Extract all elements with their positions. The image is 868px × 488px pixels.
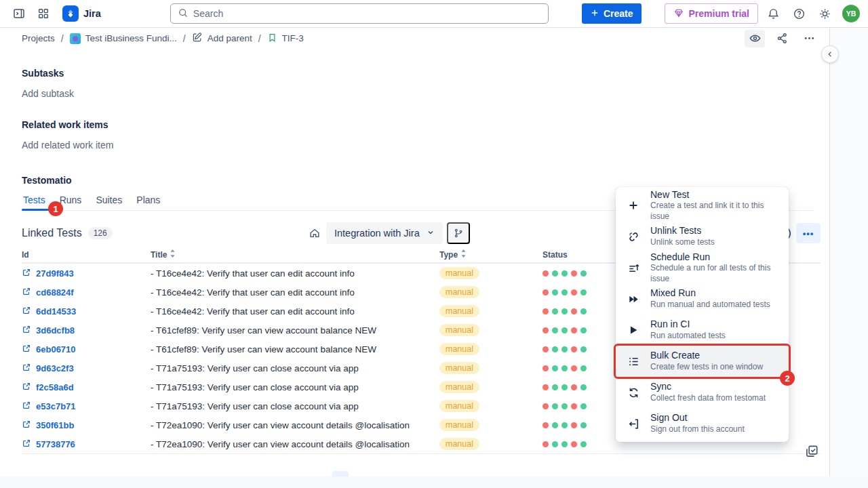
test-id-link[interactable]: 27d9f843 <box>22 268 151 279</box>
breadcrumb-project[interactable]: Test iBusiness Fundi... <box>70 33 177 44</box>
tab-plans[interactable]: Plans <box>135 195 161 205</box>
test-type-cell: manual <box>439 286 542 298</box>
create-button[interactable]: Create <box>582 3 642 24</box>
collapse-panel-chevron-icon[interactable] <box>821 45 839 63</box>
test-id-link[interactable]: e53c7b71 <box>22 401 151 412</box>
menu-item-schedule-run[interactable]: Schedule RunSchedule a run for all tests… <box>616 252 789 283</box>
status-dot-red <box>571 422 577 428</box>
add-related-work-item-button[interactable]: Add related work item <box>22 140 829 150</box>
menu-item-mixed-run[interactable]: Mixed RunRun manual and automated tests <box>616 283 789 314</box>
project-selector-label: Integration with Jira <box>334 228 420 239</box>
test-type-cell: manual <box>439 324 542 336</box>
chevron-down-icon <box>427 228 435 239</box>
select-multiple-icon[interactable] <box>804 444 819 461</box>
test-title: - T16ce4e42: Verify that user can edit a… <box>151 268 439 279</box>
test-id-link[interactable]: f2c58a6d <box>22 382 151 393</box>
status-dot-red <box>542 384 549 390</box>
share-icon[interactable] <box>772 30 792 47</box>
plus-icon <box>590 8 599 20</box>
test-id-link[interactable]: 57738776 <box>22 439 151 450</box>
external-link-icon <box>22 306 31 317</box>
menu-item-bulk-create[interactable]: Bulk CreateCreate few tests in one windo… <box>616 346 789 377</box>
status-dot-green <box>580 422 587 428</box>
tests-more-actions-button[interactable]: ••• <box>796 223 821 243</box>
right-panel-rail <box>829 28 868 488</box>
menu-item-title: Schedule Run <box>650 251 778 264</box>
column-header-title[interactable]: Title <box>151 249 439 260</box>
linked-tests-count-badge: 126 <box>88 227 113 239</box>
menu-item-sign-out[interactable]: Sign OutSign out from this account <box>616 408 789 439</box>
status-dot-red <box>542 308 549 314</box>
page-footer-strip <box>0 476 868 488</box>
sort-icon <box>460 249 467 260</box>
menu-item-unlink-tests[interactable]: Unlink TestsUnlink some tests <box>616 221 789 252</box>
settings-gear-icon[interactable] <box>814 3 835 24</box>
tab-suites[interactable]: Suites <box>94 195 123 205</box>
status-dot-green <box>552 327 558 333</box>
app-switcher-icon[interactable] <box>33 3 54 24</box>
tab-tests[interactable]: Tests <box>22 195 47 205</box>
status-dot-green <box>561 441 568 447</box>
menu-item-title: Run in CI <box>650 319 726 331</box>
more-actions-icon[interactable] <box>799 30 819 47</box>
test-type-cell: manual <box>439 419 542 431</box>
external-link-icon <box>22 382 31 393</box>
test-id-link[interactable]: 3d6dcfb8 <box>22 325 151 336</box>
status-dot-green <box>552 289 558 296</box>
home-icon[interactable] <box>307 226 322 241</box>
search-input[interactable] <box>193 8 541 19</box>
branch-icon[interactable] <box>447 222 470 244</box>
jira-logo[interactable]: Jira <box>57 5 108 22</box>
notifications-icon[interactable] <box>762 3 784 24</box>
status-dot-red <box>571 346 577 352</box>
test-title: - T71a75193: Verify user can close accou… <box>151 401 439 411</box>
test-id-link[interactable]: cd68824f <box>22 287 151 298</box>
annotation-step-2-badge: 2 <box>780 371 795 386</box>
menu-item-subtitle: Run automated tests <box>650 331 726 342</box>
status-dot-red <box>571 327 577 333</box>
test-title: - T61cfef89: Verify user can view accoun… <box>151 344 439 354</box>
breadcrumb-issue-key[interactable]: TIF-3 <box>267 33 304 45</box>
add-subtask-button[interactable]: Add subtask <box>22 88 829 99</box>
test-id-link[interactable]: 350f61bb <box>22 420 151 431</box>
status-dot-red <box>571 270 577 277</box>
avatar[interactable]: YB <box>842 5 860 22</box>
column-header-type[interactable]: Type <box>439 249 542 260</box>
type-badge: manual <box>439 362 479 374</box>
tab-runs[interactable]: Runs <box>58 195 83 205</box>
status-dot-green <box>580 365 587 371</box>
type-badge: manual <box>439 438 479 450</box>
type-badge: manual <box>439 343 479 355</box>
status-dot-red <box>571 308 577 314</box>
breadcrumb: Projects / Test iBusiness Fundi... / Add… <box>0 28 829 49</box>
test-id-link[interactable]: 6eb06710 <box>22 344 151 355</box>
test-id-link[interactable]: 6dd14533 <box>22 306 151 317</box>
sidebar-toggle-button[interactable] <box>8 3 30 24</box>
menu-item-new-test[interactable]: New TestCreate a test and link it it to … <box>616 190 789 221</box>
breadcrumb-projects[interactable]: Projects <box>22 33 55 43</box>
type-badge: manual <box>439 324 479 336</box>
help-icon[interactable] <box>788 3 810 24</box>
test-title: - T16ce4e42: Verify that user can edit a… <box>151 306 439 317</box>
type-badge: manual <box>439 305 479 317</box>
related-work-items-heading: Related work items <box>22 119 829 130</box>
add-parent-button[interactable]: Add parent <box>192 32 252 45</box>
type-badge: manual <box>439 286 479 298</box>
status-dot-red <box>571 365 577 371</box>
menu-item-title: Sync <box>650 381 766 393</box>
project-selector-dropdown[interactable]: Integration with Jira <box>326 222 443 244</box>
status-dot-green <box>561 327 568 333</box>
watch-eye-icon[interactable] <box>745 30 765 47</box>
create-button-label: Create <box>604 8 633 19</box>
premium-trial-button[interactable]: Premium trial <box>665 3 758 24</box>
menu-item-title: Sign Out <box>650 412 745 424</box>
search-bar[interactable] <box>170 3 549 24</box>
external-link-icon <box>22 439 31 450</box>
menu-item-subtitle: Unlink some tests <box>650 237 715 248</box>
test-id-link[interactable]: 9d63c2f3 <box>22 363 151 374</box>
menu-item-run-in-ci[interactable]: Run in CIRun automated tests <box>616 314 789 346</box>
test-type-cell: manual <box>439 305 542 317</box>
menu-item-title: Unlink Tests <box>650 225 715 237</box>
menu-item-sync[interactable]: SyncCollect fresh data from testomat <box>616 377 789 408</box>
test-type-cell: manual <box>439 267 542 279</box>
